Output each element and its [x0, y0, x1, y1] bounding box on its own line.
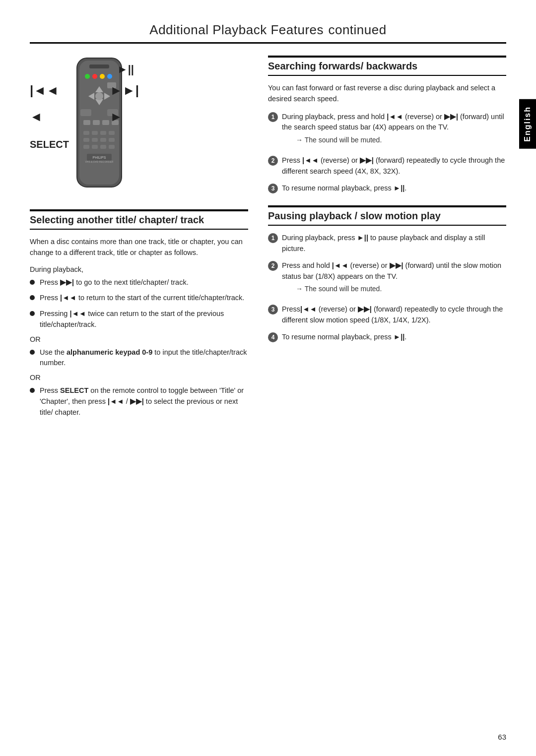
remote-svg: PHILIPS VHS & DVD RECORDER [69, 56, 129, 196]
right-arrow: ► [110, 109, 139, 125]
step-note: The sound will be muted. [296, 284, 506, 294]
page: English Additional Playback Features con… [0, 0, 536, 756]
svg-rect-30 [109, 145, 115, 149]
main-content: |◄◄ ◄ SELECT [30, 56, 506, 423]
step-content: Press and hold |◄◄ (reverse) or ▶▶| (for… [282, 260, 506, 299]
bullet-text: Press |◄◄ to return to the start of the … [40, 293, 244, 304]
svg-point-5 [100, 74, 105, 79]
pausing-section-title: Pausing playback / slow motion play [268, 210, 506, 222]
alphanumeric-bullet: Use the alphanumeric keypad 0-9 to input… [30, 347, 248, 369]
searching-intro: You can fast forward or fast reverse a d… [268, 83, 506, 105]
list-item: 1 During playback, press and hold |◄◄ (r… [268, 112, 506, 150]
step-content: To resume normal playback, press ►||. [282, 183, 406, 194]
step-number: 3 [268, 184, 278, 193]
alphanumeric-bold: alphanumeric keypad 0-9 [67, 348, 152, 356]
svg-rect-17 [102, 120, 109, 125]
svg-rect-23 [83, 138, 89, 142]
step-text: To resume normal playback, press ►||. [282, 184, 406, 192]
bullet-dot [30, 295, 35, 300]
page-header: Additional Playback Features continued [30, 20, 506, 44]
remote-illustration: |◄◄ ◄ SELECT [30, 56, 139, 194]
step-text: Press |◄◄ (reverse) or ▶▶| (forward) rep… [282, 156, 505, 175]
step-text: During playback, press and hold |◄◄ (rev… [282, 113, 504, 131]
language-tab: English [519, 99, 536, 149]
list-item: 4 To resume normal playback, press ►||. [268, 332, 506, 343]
step-text: To resume normal playback, press ►||. [282, 333, 406, 341]
svg-rect-15 [83, 120, 90, 125]
selecting-intro: When a disc contains more than one track… [30, 237, 248, 258]
searching-section-title: Searching forwards/ backwards [268, 61, 506, 72]
list-item: 1 During playback, press ►|| to pause pl… [268, 233, 506, 254]
pausing-steps: 1 During playback, press ►|| to pause pl… [268, 233, 506, 342]
step-text: During playback, press ►|| to pause play… [282, 234, 485, 252]
step-number: 1 [268, 112, 278, 122]
step-content: Press|◄◄ (reverse) or ▶▶| (forward) repe… [282, 304, 506, 326]
svg-rect-22 [109, 131, 115, 135]
play-pause-arrow: ►|| [117, 63, 134, 76]
page-title-sub: continued [328, 22, 386, 37]
step-note: The sound will be muted. [296, 135, 506, 145]
searching-section-header: Searching forwards/ backwards [268, 56, 506, 76]
svg-rect-25 [100, 138, 106, 142]
svg-rect-28 [92, 145, 98, 149]
step-content: During playback, press and hold |◄◄ (rev… [282, 112, 506, 150]
language-label: English [523, 106, 532, 142]
svg-point-4 [92, 74, 97, 79]
list-item: Press SELECT on the remote control to to… [30, 385, 248, 418]
select-bullet: Press SELECT on the remote control to to… [30, 385, 248, 418]
svg-rect-2 [89, 64, 109, 68]
svg-rect-27 [83, 145, 89, 149]
svg-rect-21 [100, 131, 106, 135]
or-label-1: OR [30, 335, 248, 343]
svg-rect-20 [92, 131, 98, 135]
svg-point-3 [85, 74, 90, 79]
page-number: 63 [498, 733, 506, 741]
page-title-main: Additional Playback Features [149, 22, 324, 37]
svg-rect-16 [93, 120, 100, 125]
step-number: 2 [268, 156, 278, 166]
svg-text:PHILIPS: PHILIPS [93, 156, 106, 159]
bullet-text: Press SELECT on the remote control to to… [40, 385, 248, 418]
selecting-section-title: Selecting another title/ chapter/ track [30, 214, 248, 226]
step-text: Press and hold |◄◄ (reverse) or ▶▶| (for… [282, 261, 501, 280]
left-arrows: |◄◄ ◄ [30, 83, 59, 125]
svg-point-12 [95, 92, 103, 100]
step-content: To resume normal playback, press ►||. [282, 332, 406, 343]
left-arrow: ◄ [30, 109, 59, 125]
svg-rect-19 [83, 131, 89, 135]
pausing-section-header: Pausing playback / slow motion play [268, 205, 506, 226]
during-playback-label: During playback, [30, 265, 248, 273]
svg-rect-29 [100, 145, 106, 149]
step-number: 3 [268, 305, 278, 315]
list-item: 3 Press|◄◄ (reverse) or ▶▶| (forward) re… [268, 304, 506, 326]
svg-point-6 [107, 74, 112, 79]
bullet-dot [30, 388, 35, 393]
list-item: Use the alphanumeric keypad 0-9 to input… [30, 347, 248, 369]
page-title: Additional Playback Features continued [30, 20, 506, 38]
list-item: Press ▶▶| to go to the next title/chapte… [30, 277, 248, 288]
step-content: Press |◄◄ (reverse) or ▶▶| (forward) rep… [282, 155, 506, 177]
list-item: 2 Press |◄◄ (reverse) or ▶▶| (forward) r… [268, 155, 506, 177]
svg-rect-26 [109, 138, 115, 142]
selecting-bullets: Press ▶▶| to go to the next title/chapte… [30, 277, 248, 330]
or-label-2: OR [30, 374, 248, 381]
step-number: 2 [268, 261, 278, 271]
step-text: Press|◄◄ (reverse) or ▶▶| (forward) repe… [282, 305, 503, 324]
select-label: SELECT [30, 139, 69, 150]
left-column: |◄◄ ◄ SELECT [30, 56, 248, 423]
list-item: 2 Press and hold |◄◄ (reverse) or ▶▶| (f… [268, 260, 506, 299]
right-arrows: ►►| ► [110, 83, 139, 125]
right-column: Searching forwards/ backwards You can fa… [268, 56, 506, 423]
bullet-text: Press ▶▶| to go to the next title/chapte… [40, 277, 189, 288]
step-content: During playback, press ►|| to pause play… [282, 233, 506, 254]
step-number: 4 [268, 332, 278, 342]
bullet-dot [30, 311, 35, 316]
bullet-text: Pressing |◄◄ twice can return to the sta… [40, 309, 248, 330]
svg-rect-24 [92, 138, 98, 142]
list-item: Press |◄◄ to return to the start of the … [30, 293, 248, 304]
bullet-dot [30, 280, 35, 285]
list-item: 3 To resume normal playback, press ►||. [268, 183, 506, 194]
list-item: Pressing |◄◄ twice can return to the sta… [30, 309, 248, 330]
searching-steps: 1 During playback, press and hold |◄◄ (r… [268, 112, 506, 194]
prev-chapter-arrow: |◄◄ [30, 83, 59, 98]
